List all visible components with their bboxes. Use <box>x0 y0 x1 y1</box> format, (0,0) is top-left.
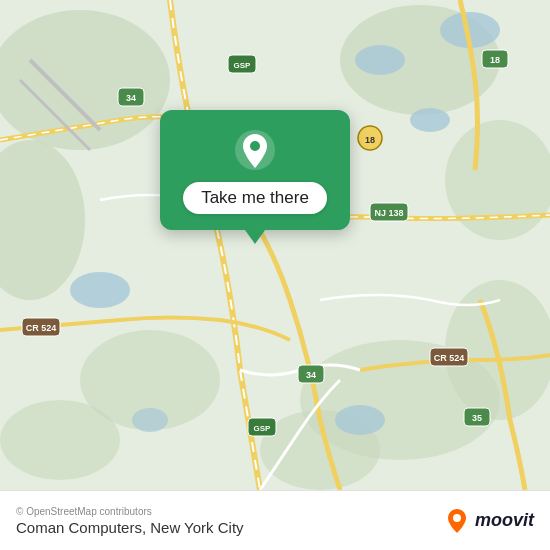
svg-point-8 <box>0 400 120 480</box>
take-me-there-button[interactable]: Take me there <box>183 182 327 214</box>
svg-text:18: 18 <box>490 55 500 65</box>
map-container: 34 GSP NJ 138 34 GSP 35 CR 524 CR 524 18… <box>0 0 550 490</box>
moovit-pin-icon <box>443 507 471 535</box>
svg-point-39 <box>250 141 260 151</box>
svg-point-3 <box>445 120 550 240</box>
svg-text:35: 35 <box>472 413 482 423</box>
svg-point-40 <box>453 514 461 522</box>
svg-text:34: 34 <box>126 93 136 103</box>
svg-text:34: 34 <box>306 370 316 380</box>
location-name: Coman Computers, New York City <box>16 519 244 536</box>
svg-point-15 <box>132 408 168 432</box>
map-popup[interactable]: Take me there <box>160 110 350 230</box>
copyright-text: © OpenStreetMap contributors <box>16 506 244 517</box>
svg-text:CR 524: CR 524 <box>434 353 465 363</box>
svg-text:GSP: GSP <box>234 61 252 70</box>
svg-point-11 <box>355 45 405 75</box>
svg-point-10 <box>70 272 130 308</box>
moovit-logo: moovit <box>443 507 534 535</box>
svg-point-12 <box>410 108 450 132</box>
svg-text:GSP: GSP <box>254 424 272 433</box>
location-pin-icon <box>233 128 277 172</box>
bottom-bar: © OpenStreetMap contributors Coman Compu… <box>0 490 550 550</box>
moovit-brand-text: moovit <box>475 510 534 531</box>
svg-text:18: 18 <box>365 135 375 145</box>
bottom-left-info: © OpenStreetMap contributors Coman Compu… <box>16 506 244 536</box>
svg-text:NJ 138: NJ 138 <box>374 208 403 218</box>
svg-point-13 <box>335 405 385 435</box>
svg-text:CR 524: CR 524 <box>26 323 57 333</box>
